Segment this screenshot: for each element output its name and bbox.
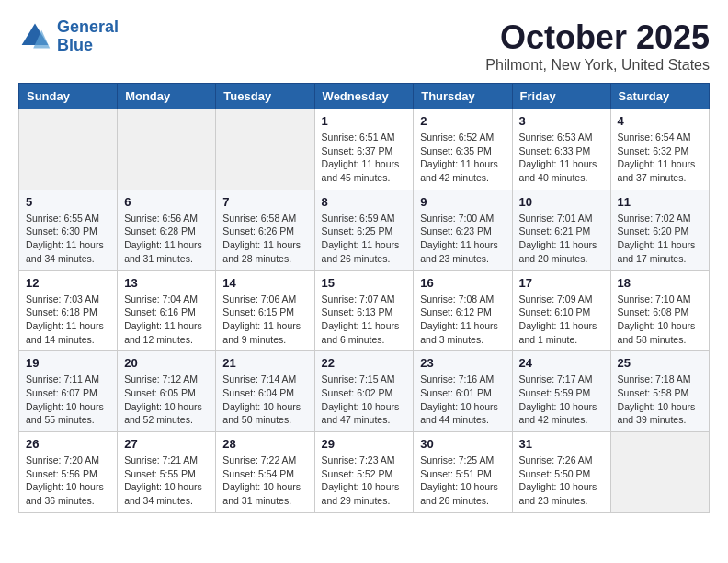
- day-info: Sunrise: 7:07 AM Sunset: 6:13 PM Dayligh…: [322, 293, 407, 347]
- day-info: Sunrise: 7:01 AM Sunset: 6:21 PM Dayligh…: [519, 212, 604, 266]
- day-number: 15: [322, 276, 407, 290]
- day-number: 3: [519, 114, 604, 128]
- day-info: Sunrise: 7:10 AM Sunset: 6:08 PM Dayligh…: [618, 293, 702, 347]
- calendar-cell: 19Sunrise: 7:11 AM Sunset: 6:07 PM Dayli…: [19, 351, 118, 432]
- calendar-week-row: 26Sunrise: 7:20 AM Sunset: 5:56 PM Dayli…: [19, 432, 710, 513]
- calendar-cell: 25Sunrise: 7:18 AM Sunset: 5:58 PM Dayli…: [610, 351, 709, 432]
- calendar-cell: 23Sunrise: 7:16 AM Sunset: 6:01 PM Dayli…: [414, 351, 512, 432]
- calendar-cell: 6Sunrise: 6:56 AM Sunset: 6:28 PM Daylig…: [118, 190, 216, 270]
- day-info: Sunrise: 6:52 AM Sunset: 6:35 PM Dayligh…: [420, 131, 505, 185]
- page-header: General Blue October 2025 Philmont, New …: [18, 18, 710, 74]
- day-info: Sunrise: 7:16 AM Sunset: 6:01 PM Dayligh…: [420, 373, 505, 427]
- day-info: Sunrise: 7:18 AM Sunset: 5:58 PM Dayligh…: [618, 373, 702, 427]
- day-info: Sunrise: 7:12 AM Sunset: 6:05 PM Dayligh…: [124, 373, 209, 427]
- day-info: Sunrise: 6:58 AM Sunset: 6:26 PM Dayligh…: [222, 212, 307, 266]
- calendar-header: SundayMondayTuesdayWednesdayThursdayFrid…: [19, 84, 710, 109]
- day-number: 12: [26, 276, 110, 290]
- calendar-week-row: 1Sunrise: 6:51 AM Sunset: 6:37 PM Daylig…: [19, 109, 710, 190]
- calendar-week-row: 12Sunrise: 7:03 AM Sunset: 6:18 PM Dayli…: [19, 270, 710, 351]
- day-info: Sunrise: 7:21 AM Sunset: 5:55 PM Dayligh…: [124, 454, 209, 508]
- day-info: Sunrise: 7:04 AM Sunset: 6:16 PM Dayligh…: [124, 293, 209, 347]
- day-info: Sunrise: 7:23 AM Sunset: 5:52 PM Dayligh…: [322, 454, 407, 508]
- day-number: 7: [222, 195, 307, 209]
- day-number: 9: [420, 195, 505, 209]
- day-number: 31: [519, 437, 604, 451]
- weekday-header: Thursday: [414, 84, 512, 109]
- calendar-table: SundayMondayTuesdayWednesdayThursdayFrid…: [18, 83, 710, 513]
- calendar-cell: 15Sunrise: 7:07 AM Sunset: 6:13 PM Dayli…: [314, 270, 414, 351]
- day-info: Sunrise: 7:00 AM Sunset: 6:23 PM Dayligh…: [420, 212, 505, 266]
- header-row: SundayMondayTuesdayWednesdayThursdayFrid…: [19, 84, 710, 109]
- day-number: 8: [322, 195, 407, 209]
- calendar-cell: 16Sunrise: 7:08 AM Sunset: 6:12 PM Dayli…: [414, 270, 512, 351]
- weekday-header: Tuesday: [216, 84, 314, 109]
- day-number: 20: [124, 356, 209, 370]
- calendar-cell: 18Sunrise: 7:10 AM Sunset: 6:08 PM Dayli…: [610, 270, 709, 351]
- calendar-cell: 30Sunrise: 7:25 AM Sunset: 5:51 PM Dayli…: [414, 432, 512, 513]
- calendar-cell: 9Sunrise: 7:00 AM Sunset: 6:23 PM Daylig…: [414, 190, 512, 270]
- calendar-cell: 24Sunrise: 7:17 AM Sunset: 5:59 PM Dayli…: [512, 351, 610, 432]
- day-number: 16: [420, 276, 505, 290]
- day-number: 21: [222, 356, 307, 370]
- day-number: 28: [222, 437, 307, 451]
- calendar-cell: 21Sunrise: 7:14 AM Sunset: 6:04 PM Dayli…: [216, 351, 314, 432]
- calendar-cell: 14Sunrise: 7:06 AM Sunset: 6:15 PM Dayli…: [216, 270, 314, 351]
- weekday-header: Monday: [118, 84, 216, 109]
- day-info: Sunrise: 6:55 AM Sunset: 6:30 PM Dayligh…: [26, 212, 110, 266]
- day-info: Sunrise: 7:25 AM Sunset: 5:51 PM Dayligh…: [420, 454, 505, 508]
- calendar-cell: 5Sunrise: 6:55 AM Sunset: 6:30 PM Daylig…: [19, 190, 118, 270]
- calendar-cell: 17Sunrise: 7:09 AM Sunset: 6:10 PM Dayli…: [512, 270, 610, 351]
- calendar-cell: 27Sunrise: 7:21 AM Sunset: 5:55 PM Dayli…: [118, 432, 216, 513]
- calendar-week-row: 5Sunrise: 6:55 AM Sunset: 6:30 PM Daylig…: [19, 190, 710, 270]
- day-info: Sunrise: 7:08 AM Sunset: 6:12 PM Dayligh…: [420, 293, 505, 347]
- day-info: Sunrise: 7:15 AM Sunset: 6:02 PM Dayligh…: [322, 373, 407, 427]
- day-info: Sunrise: 6:51 AM Sunset: 6:37 PM Dayligh…: [322, 131, 407, 185]
- day-info: Sunrise: 7:02 AM Sunset: 6:20 PM Dayligh…: [618, 212, 702, 266]
- calendar-cell: 1Sunrise: 6:51 AM Sunset: 6:37 PM Daylig…: [314, 109, 414, 190]
- day-info: Sunrise: 7:11 AM Sunset: 6:07 PM Dayligh…: [26, 373, 110, 427]
- day-number: 4: [618, 114, 702, 128]
- calendar-cell: 12Sunrise: 7:03 AM Sunset: 6:18 PM Dayli…: [19, 270, 118, 351]
- calendar-cell: 13Sunrise: 7:04 AM Sunset: 6:16 PM Dayli…: [118, 270, 216, 351]
- calendar-cell: 22Sunrise: 7:15 AM Sunset: 6:02 PM Dayli…: [314, 351, 414, 432]
- day-number: 23: [420, 356, 505, 370]
- day-info: Sunrise: 7:17 AM Sunset: 5:59 PM Dayligh…: [519, 373, 604, 427]
- day-number: 29: [322, 437, 407, 451]
- day-number: 25: [618, 356, 702, 370]
- day-info: Sunrise: 7:22 AM Sunset: 5:54 PM Dayligh…: [222, 454, 307, 508]
- weekday-header: Saturday: [610, 84, 709, 109]
- day-info: Sunrise: 7:09 AM Sunset: 6:10 PM Dayligh…: [519, 293, 604, 347]
- weekday-header: Wednesday: [314, 84, 414, 109]
- weekday-header: Friday: [512, 84, 610, 109]
- logo-text: General Blue: [57, 18, 119, 55]
- day-number: 1: [322, 114, 407, 128]
- title-block: October 2025 Philmont, New York, United …: [485, 18, 710, 74]
- location-title: Philmont, New York, United States: [485, 57, 710, 74]
- month-title: October 2025: [485, 18, 710, 57]
- calendar-cell: 20Sunrise: 7:12 AM Sunset: 6:05 PM Dayli…: [118, 351, 216, 432]
- day-info: Sunrise: 6:59 AM Sunset: 6:25 PM Dayligh…: [322, 212, 407, 266]
- day-number: 18: [618, 276, 702, 290]
- calendar-cell: 31Sunrise: 7:26 AM Sunset: 5:50 PM Dayli…: [512, 432, 610, 513]
- calendar-cell: [19, 109, 118, 190]
- calendar-cell: [610, 432, 709, 513]
- day-number: 11: [618, 195, 702, 209]
- calendar-cell: 8Sunrise: 6:59 AM Sunset: 6:25 PM Daylig…: [314, 190, 414, 270]
- day-info: Sunrise: 6:56 AM Sunset: 6:28 PM Dayligh…: [124, 212, 209, 266]
- day-number: 6: [124, 195, 209, 209]
- calendar-body: 1Sunrise: 6:51 AM Sunset: 6:37 PM Daylig…: [19, 109, 710, 513]
- day-number: 30: [420, 437, 505, 451]
- logo-line1: General: [57, 17, 119, 36]
- calendar-cell: 7Sunrise: 6:58 AM Sunset: 6:26 PM Daylig…: [216, 190, 314, 270]
- day-number: 14: [222, 276, 307, 290]
- calendar-cell: 11Sunrise: 7:02 AM Sunset: 6:20 PM Dayli…: [610, 190, 709, 270]
- day-number: 24: [519, 356, 604, 370]
- day-info: Sunrise: 6:54 AM Sunset: 6:32 PM Dayligh…: [618, 131, 702, 185]
- logo-line2: Blue: [57, 36, 93, 54]
- logo-icon: [18, 20, 51, 53]
- calendar-cell: [118, 109, 216, 190]
- day-number: 19: [26, 356, 110, 370]
- calendar-cell: 3Sunrise: 6:53 AM Sunset: 6:33 PM Daylig…: [512, 109, 610, 190]
- day-number: 26: [26, 437, 110, 451]
- calendar-cell: 2Sunrise: 6:52 AM Sunset: 6:35 PM Daylig…: [414, 109, 512, 190]
